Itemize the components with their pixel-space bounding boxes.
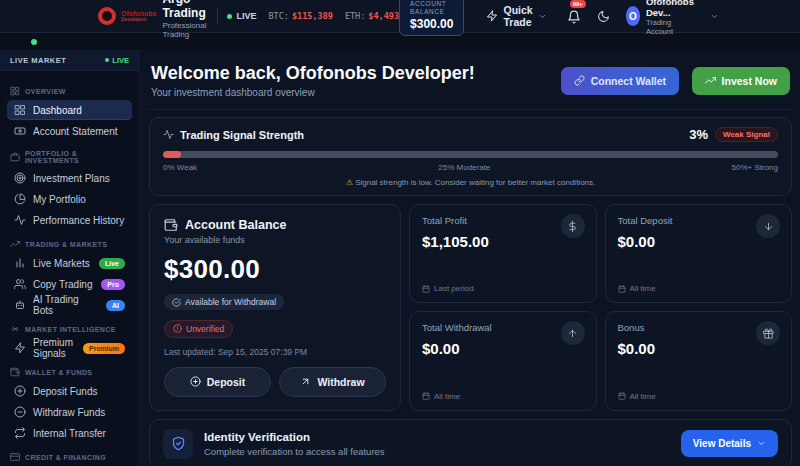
section-wallet: WALLET & FUNDS [10,367,129,377]
sidebar-item-investment-plans[interactable]: Investment Plans [7,168,132,188]
stat-title: Total Deposit [618,215,780,226]
ticker-dot-icon [31,39,37,45]
sidebar-item-label: Performance History [33,215,124,226]
last-updated-text: Last updated: Sep 15, 2025 07:39 PM [164,347,386,357]
btc-price: $115,389 [292,11,333,21]
available-withdrawal-badge: Available for Withdrawal [164,294,284,310]
identity-title: Identity Verification [204,431,385,443]
sidebar-item-premium-signals[interactable]: Premium Signals Premium [7,338,132,358]
plus-circle-icon [14,385,26,397]
profile-menu[interactable]: O Ofofonobs Dev... Trading Account [626,0,719,36]
trading-signal-card: Trading Signal Strength 3% Weak Signal 0… [149,117,792,196]
sidebar-item-label: Deposit Funds [33,386,97,397]
profile-name: Ofofonobs Dev... [646,0,700,18]
plus-circle-icon [190,376,201,387]
live-market-title: LIVE MARKET [10,56,66,65]
connect-wallet-button[interactable]: Connect Wallet [561,67,679,95]
deposit-button[interactable]: Deposit [164,367,271,397]
eth-ticker: ETH: $4,493 [345,11,399,21]
minus-circle-icon [14,406,26,418]
activity-icon [163,129,174,140]
stat-period: Last period [434,284,474,293]
sidebar: LIVE MARKET LIVE OVERVIEW Dashboard Acco… [0,50,140,466]
identity-subtitle: Complete verification to access all feat… [204,446,385,457]
pie-chart-icon [14,193,26,205]
sidebar-item-dashboard[interactable]: Dashboard [7,100,132,120]
sidebar-item-deposit-funds[interactable]: Deposit Funds [7,381,132,401]
sidebar-item-account-statement[interactable]: Account Statement [7,121,132,141]
sidebar-item-internal-transfer[interactable]: Internal Transfer [7,423,132,443]
signal-progress-fill [163,151,181,158]
sidebar-item-my-portfolio[interactable]: My Portfolio [7,189,132,209]
top-header: Ofofonobs Developers Argo Trading Profes… [0,0,800,33]
app-subtitle: Professional Trading [162,21,206,39]
chevron-down-icon [757,439,766,448]
arrow-up-icon [561,321,585,345]
section-credit: CREDIT & FINANCING [10,452,129,462]
live-label: LIVE [236,11,256,21]
moon-icon [597,10,610,23]
sidebar-item-label: Withdraw Funds [33,407,105,418]
scale-strong: 50%+ Strong [732,163,778,172]
logo-brand-bottom: Developers [121,17,156,22]
activity-icon [14,214,26,226]
grid-icon [14,104,26,116]
notifications-button[interactable]: 99+ [567,7,581,25]
account-balance-label: ACCOUNT BALANCE [410,0,453,17]
sidebar-item-performance-history[interactable]: Performance History [7,210,132,230]
sidebar-item-copy-trading[interactable]: Copy Trading Pro [7,274,132,294]
wallet-icon [164,218,178,232]
zap-icon [14,342,26,354]
section-portfolio: PORTFOLIO & INVESTMENTS [10,150,129,164]
credit-card-icon [10,452,20,462]
section-label: TRADING & MARKETS [25,241,107,248]
link-icon [574,75,585,86]
calendar-icon [422,392,430,400]
stat-title: Total Profit [422,215,584,226]
stat-card-bonus: Bonus $0.00 All time [605,311,793,410]
chevron-down-icon [710,12,719,21]
invest-now-button[interactable]: Invest Now [692,67,790,95]
scale-moderate: 25% Moderate [438,163,490,172]
theme-toggle-button[interactable] [597,7,610,25]
main-content: Welcome back, Ofofonobs Developer! Your … [141,50,800,466]
sidebar-item-live-markets[interactable]: Live Markets Live [7,253,132,273]
page-subtitle: Your investment dashboard overview [151,87,475,98]
banknote-icon [14,125,26,137]
invest-now-label: Invest Now [722,75,777,87]
grid-icon [10,86,20,96]
section-trading: TRADING & MARKETS [10,239,129,249]
available-withdrawal-label: Available for Withdrawal [185,297,276,307]
balance-card-subtitle: Your available funds [164,235,386,245]
withdraw-label: Withdraw [317,376,364,388]
withdraw-button[interactable]: Withdraw [279,367,386,397]
bar-chart-icon [14,257,26,269]
users-icon [14,278,26,290]
sidebar-item-ai-trading-bots[interactable]: AI Trading Bots AI [7,295,132,315]
sidebar-item-label: My Portfolio [33,194,86,205]
btc-ticker: BTC: $115,389 [268,11,332,21]
quick-trade-button[interactable]: Quick Trade [486,4,546,28]
stat-period: All time [630,392,656,401]
live-status: LIVE [227,11,256,21]
sidebar-item-label: Internal Transfer [33,428,106,439]
trending-up-icon [10,239,20,249]
sidebar-item-withdraw-funds[interactable]: Withdraw Funds [7,402,132,422]
connect-wallet-label: Connect Wallet [591,75,666,87]
signal-progress-track [163,151,778,158]
signal-warning-text: Signal strength is low. Consider waiting… [355,178,595,187]
section-label: MARKET INTELLIGENCE [25,326,116,333]
bell-icon [567,10,581,24]
view-details-button[interactable]: View Details [681,430,778,457]
trending-up-icon [705,75,716,86]
signal-strength-badge: Weak Signal [715,127,778,142]
bot-icon [14,299,26,311]
stat-value: $0.00 [422,340,584,357]
stat-card-total-profit: Total Profit $1,105.00 Last period [409,204,597,303]
stat-card-total-withdrawal: Total Withdrawal $0.00 All time [409,311,597,410]
eth-price: $4,493 [368,11,399,21]
sidebar-item-label: Dashboard [33,105,82,116]
arrow-up-right-icon [300,376,311,387]
section-label: WALLET & FUNDS [25,369,92,376]
stat-period: All time [630,284,656,293]
